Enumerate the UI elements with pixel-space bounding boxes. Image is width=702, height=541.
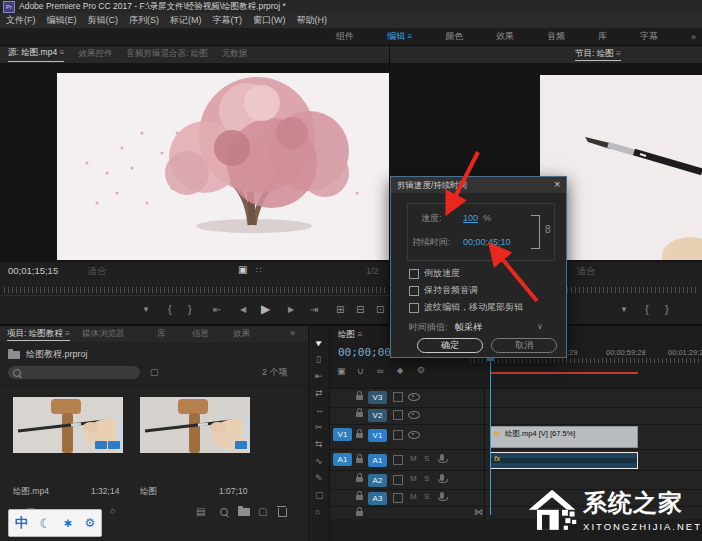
sort-icon[interactable]: ○ <box>110 507 115 516</box>
ime-language-bar[interactable]: 中 ☾ ∗ ⚙ <box>8 509 102 537</box>
cancel-button[interactable]: 取消 <box>491 338 557 353</box>
linked-selection-button-icon[interactable]: ∞ <box>377 367 383 376</box>
menu-marker[interactable]: 标记(M) <box>170 14 202 27</box>
ok-button[interactable]: 确定 <box>417 338 483 353</box>
workspace-tab-assembly[interactable]: 组件 <box>336 30 354 43</box>
go-to-in-button-icon[interactable]: ⇤ <box>213 305 221 315</box>
hand-tool[interactable]: ▢ <box>315 491 324 500</box>
ime-fullhalf-moon-icon[interactable]: ☾ <box>39 516 51 531</box>
timeline-video-clip[interactable]: fx 绘图.mp4 [V] [67.5%] <box>490 426 638 448</box>
project-panel-menu-icon[interactable]: ≡ <box>65 328 70 338</box>
toggle-output-v3-icon[interactable] <box>408 393 420 401</box>
workspace-tab-color[interactable]: 颜色 <box>445 30 463 43</box>
new-bin-button-icon[interactable] <box>238 508 250 516</box>
interpolation-chevron-icon[interactable]: ∨ <box>537 323 543 331</box>
menu-sequence[interactable]: 序列(S) <box>129 14 159 27</box>
program-fit-dropdown[interactable]: 适合 <box>577 267 595 276</box>
source-panel-menu-icon[interactable]: ≡ <box>60 47 65 57</box>
timeline-settings-button-icon[interactable]: ⚙ <box>417 366 425 375</box>
automate-sequence-button-icon[interactable]: ▤ <box>196 507 205 517</box>
mute-a3-button[interactable]: M <box>410 493 417 501</box>
solo-a2-button[interactable]: S <box>424 475 429 483</box>
tab-program[interactable]: 节目: 绘图 ≡ <box>575 49 621 61</box>
ripple-edit-checkbox[interactable] <box>409 303 419 313</box>
toggle-output-v2-icon[interactable] <box>408 411 420 419</box>
tab-source[interactable]: 源: 绘图.mp4 ≡ <box>8 47 64 62</box>
program-add-marker-button-icon[interactable]: ▼ <box>620 306 628 314</box>
nest-insert-button-icon[interactable]: ▣ <box>337 367 346 376</box>
workspace-tab-titles[interactable]: 字幕 <box>640 30 658 43</box>
go-to-out-button-icon[interactable]: ⇥ <box>310 305 318 315</box>
add-marker-button-icon[interactable]: ▼ <box>142 306 150 314</box>
project-item-card[interactable]: 绘图 1:07;10 <box>140 395 252 500</box>
sync-lock-v2-icon[interactable] <box>393 410 403 420</box>
source-settings-button-icon[interactable]: ▣ <box>238 265 247 275</box>
sync-lock-a2-icon[interactable] <box>393 475 403 485</box>
voiceover-a1-icon[interactable] <box>440 454 444 461</box>
sync-lock-a3-icon[interactable] <box>393 493 403 503</box>
lock-track-v2-icon[interactable] <box>356 412 363 417</box>
lock-track-v1-icon[interactable] <box>356 433 363 438</box>
sync-lock-v1-icon[interactable] <box>393 430 403 440</box>
link-toggle-icon[interactable]: 8 <box>545 225 551 235</box>
playhead-line[interactable] <box>490 359 491 515</box>
search-box[interactable] <box>8 366 140 379</box>
timeline-panel-menu-icon[interactable]: ≡ <box>357 329 362 339</box>
find-button-icon[interactable] <box>220 508 228 516</box>
search-filter-icon[interactable]: ▢ <box>150 368 159 377</box>
mixdown-icon[interactable]: ⋈ <box>474 508 483 517</box>
export-frame-button-icon[interactable]: ⊡ <box>376 305 384 315</box>
solo-a1-button[interactable]: S <box>424 455 429 463</box>
track-target-v1[interactable]: V1 <box>368 429 387 442</box>
program-mark-in-button-icon[interactable]: { <box>645 304 649 315</box>
insert-button-icon[interactable]: ⊞ <box>336 305 344 315</box>
track-target-v3[interactable]: V3 <box>368 391 387 404</box>
track-target-a2[interactable]: A2 <box>368 474 387 487</box>
workspace-overflow-button[interactable]: » <box>691 32 696 42</box>
dialog-close-button[interactable]: × <box>554 179 560 190</box>
selection-tool[interactable]: ► <box>313 336 325 348</box>
menu-file[interactable]: 文件(F) <box>6 14 36 27</box>
source-current-timecode[interactable]: 00;01;15;15 <box>8 266 58 276</box>
tab-media-browser[interactable]: 媒体浏览器 <box>82 329 125 338</box>
voiceover-a2-icon[interactable] <box>440 474 444 481</box>
project-item-card[interactable]: 绘图.mp4 1:32;14 <box>13 395 125 500</box>
lock-track-a3-icon[interactable] <box>356 495 363 500</box>
rate-stretch-tool[interactable]: ↔ <box>315 406 324 415</box>
ime-language-button[interactable]: 中 <box>15 514 28 532</box>
track-target-v2[interactable]: V2 <box>368 409 387 422</box>
add-marker-timeline-button-icon[interactable]: ◆ <box>397 367 403 375</box>
mute-a1-button[interactable]: M <box>410 455 417 463</box>
lock-track-a1-icon[interactable] <box>356 458 363 463</box>
ripple-edit-tool[interactable]: ⇤ <box>315 372 323 381</box>
timeline-ruler[interactable] <box>470 358 702 363</box>
source-patch-v1[interactable]: V1 <box>333 428 352 441</box>
lock-track-master-icon[interactable] <box>356 511 363 516</box>
snap-button-icon[interactable]: ∪ <box>357 367 364 376</box>
track-select-tool[interactable]: ▯ <box>316 355 321 364</box>
source-patch-a1[interactable]: A1 <box>333 453 352 466</box>
voiceover-a3-icon[interactable] <box>440 492 444 499</box>
track-target-a1[interactable]: A1 <box>368 454 387 467</box>
workspace-tab-editing[interactable]: 编辑 ≡ <box>387 30 412 43</box>
reverse-speed-checkbox[interactable] <box>409 269 419 279</box>
workspace-tab-effects[interactable]: 效果 <box>496 30 514 43</box>
menu-title[interactable]: 字幕(T) <box>213 14 243 27</box>
tab-effect-controls[interactable]: 效果控件 <box>78 48 112 60</box>
ime-punctuation-icon[interactable]: ∗ <box>63 516 73 530</box>
new-item-button-icon[interactable]: ▢ <box>258 507 267 517</box>
toggle-output-v1-icon[interactable] <box>408 431 420 439</box>
project-tabs-overflow[interactable]: » <box>290 329 295 338</box>
step-back-button-icon[interactable]: ◀ <box>240 306 246 314</box>
rolling-edit-tool[interactable]: ⇄ <box>315 389 323 398</box>
menu-help[interactable]: 帮助(H) <box>297 14 328 27</box>
sync-lock-v3-icon[interactable] <box>393 392 403 402</box>
menu-clip[interactable]: 剪辑(C) <box>88 14 119 27</box>
timeline-audio-clip[interactable]: fx <box>490 452 638 469</box>
mark-in-button-icon[interactable]: { <box>168 304 172 315</box>
maintain-pitch-checkbox[interactable] <box>409 286 419 296</box>
dialog-title-bar[interactable]: 剪辑速度/持续时间 × <box>391 177 566 193</box>
project-file-name[interactable]: 绘图教程.prproj <box>26 350 88 359</box>
clear-button-icon[interactable] <box>278 508 287 517</box>
tab-project[interactable]: 项目: 绘图教程 ≡ <box>7 329 70 341</box>
